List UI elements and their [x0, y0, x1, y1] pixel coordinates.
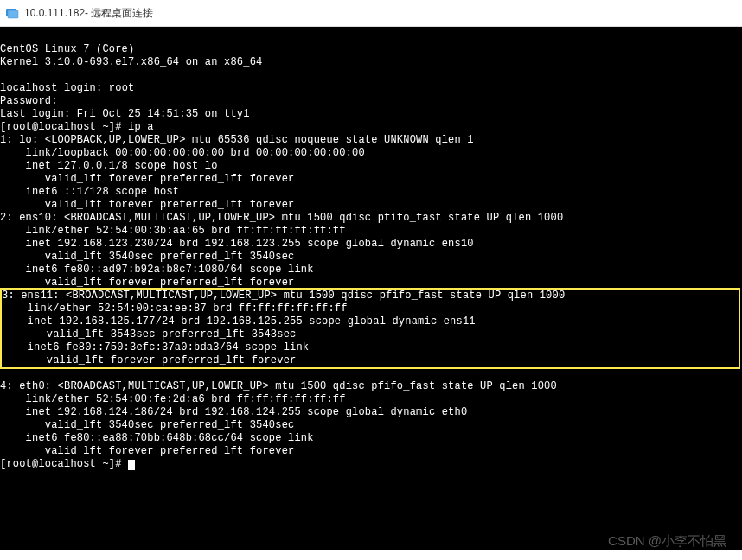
highlight-box-ens11: 3: ens11: <BROADCAST,MULTICAST,UP,LOWER_…	[0, 288, 740, 369]
iface-ens10-inet6: inet6 fe80::ad97:b92a:b8c7:1080/64 scope…	[0, 264, 314, 276]
iface-ens10-inet: inet 192.168.123.230/24 brd 192.168.123.…	[0, 238, 474, 250]
iface-lo-link: link/loopback 00:00:00:00:00:00 brd 00:0…	[0, 147, 365, 159]
title-ip: 10.0.111.182	[24, 7, 85, 19]
watermark: CSDN @小李不怕黑	[608, 533, 726, 550]
last-login: Last login: Fri Oct 25 14:51:35 on tty1	[0, 108, 250, 120]
iface-eth0-inet: inet 192.168.124.186/24 brd 192.168.124.…	[0, 406, 467, 418]
window-titlebar: 10.0.111.182 - 远程桌面连接	[0, 0, 742, 27]
iface-ens11-valid2: valid_lft forever preferred_lft forever	[2, 354, 296, 366]
os-name: CentOS Linux 7 (Core)	[0, 43, 134, 55]
password-line: Password:	[0, 95, 58, 107]
iface-eth0-link: link/ether 52:54:00:fe:2d:a6 brd ff:ff:f…	[0, 393, 346, 405]
login-line: localhost login: root	[0, 82, 134, 94]
iface-lo-valid1: valid_lft forever preferred_lft forever	[0, 173, 294, 185]
prompt-cmd1: [root@localhost ~]# ip a	[0, 121, 154, 133]
os-kernel: Kernel 3.10.0-693.el7.x86_64 on an x86_6…	[0, 56, 262, 68]
iface-ens10-hdr: 2: ens10: <BROADCAST,MULTICAST,UP,LOWER_…	[0, 212, 563, 224]
iface-ens10-valid1: valid_lft 3540sec preferred_lft 3540sec	[0, 251, 294, 263]
iface-eth0-hdr: 4: eth0: <BROADCAST,MULTICAST,UP,LOWER_U…	[0, 380, 557, 392]
iface-eth0-valid2: valid_lft forever preferred_lft forever	[0, 445, 294, 457]
title-suffix: - 远程桌面连接	[85, 6, 153, 21]
iface-lo-inet6: inet6 ::1/128 scope host	[0, 186, 179, 198]
iface-lo-hdr: 1: lo: <LOOPBACK,UP,LOWER_UP> mtu 65536 …	[0, 134, 474, 146]
iface-ens11-inet: inet 192.168.125.177/24 brd 192.168.125.…	[2, 315, 476, 328]
terminal-output[interactable]: CentOS Linux 7 (Core) Kernel 3.10.0-693.…	[0, 27, 742, 550]
iface-lo-valid2: valid_lft forever preferred_lft forever	[0, 199, 294, 211]
iface-ens11-link: link/ether 52:54:00:ca:ee:87 brd ff:ff:f…	[2, 302, 348, 315]
rdp-icon	[5, 6, 19, 20]
iface-ens10-valid2: valid_lft forever preferred_lft forever	[0, 277, 294, 289]
iface-ens11-hdr: 3: ens11: <BROADCAST,MULTICAST,UP,LOWER_…	[2, 290, 565, 302]
svg-rect-1	[8, 10, 18, 18]
iface-eth0-valid1: valid_lft 3540sec preferred_lft 3540sec	[0, 419, 294, 431]
iface-eth0-inet6: inet6 fe80::ea88:70bb:648b:68cc/64 scope…	[0, 432, 314, 444]
cursor	[128, 460, 135, 470]
iface-ens11-valid1: valid_lft 3543sec preferred_lft 3543sec	[2, 328, 296, 340]
iface-ens10-link: link/ether 52:54:00:3b:aa:65 brd ff:ff:f…	[0, 225, 346, 237]
prompt-idle: [root@localhost ~]#	[0, 458, 135, 470]
iface-lo-inet: inet 127.0.0.1/8 scope host lo	[0, 160, 218, 172]
iface-ens11-inet6: inet6 fe80::750:3efc:37a0:bda3/64 scope …	[2, 341, 309, 353]
